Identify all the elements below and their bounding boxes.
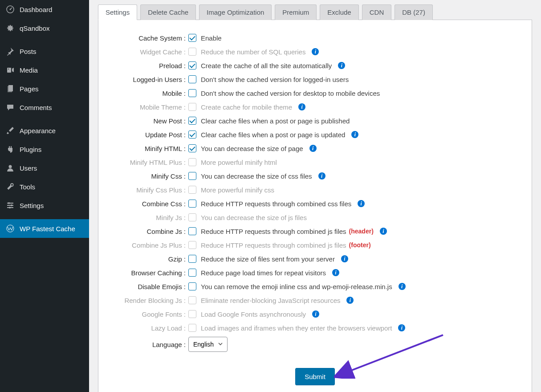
checkbox-minify-js [188, 213, 196, 221]
checkbox-browser-caching[interactable] [188, 269, 196, 277]
info-icon[interactable]: i [341, 255, 348, 262]
info-icon[interactable]: i [380, 228, 387, 235]
desc-new-post: Clear cache files when a post or page is… [201, 117, 350, 125]
sidebar-item-label: Appearance [20, 127, 56, 135]
sidebar-item-tools[interactable]: Tools [0, 177, 89, 196]
settings-panel: Cache System :EnableWidget Cache :Reduce… [98, 20, 532, 392]
label-google-fonts: Google Fonts : [111, 310, 188, 318]
desc-browser-caching: Reduce page load times for repeat visito… [201, 269, 326, 277]
info-icon[interactable]: i [309, 145, 317, 152]
tab-image-optimization[interactable]: Image Optimization [199, 4, 272, 20]
row-combine-css: Combine Css :Reduce HTTP requests throug… [111, 199, 519, 208]
sidebar-item-posts[interactable]: Posts [0, 42, 89, 61]
info-icon[interactable]: i [332, 269, 339, 276]
plug-icon [5, 144, 15, 154]
checkbox-combine-css[interactable] [188, 200, 196, 208]
row-language: Language : English [111, 337, 519, 352]
svg-point-1 [10, 9, 11, 10]
checkbox-disable-emojis[interactable] [188, 282, 196, 290]
row-widget-cache: Widget Cache :Reduce the number of SQL q… [111, 47, 519, 57]
sidebar-item-media[interactable]: Media [0, 61, 89, 79]
label-logged-in-users: Logged-in Users : [111, 76, 188, 83]
row-mobile: Mobile :Don't show the cached version fo… [111, 88, 519, 98]
checkbox-logged-in-users[interactable] [188, 75, 196, 83]
sidebar-item-comments[interactable]: Comments [0, 98, 89, 117]
tab-settings[interactable]: Settings [98, 4, 137, 20]
row-preload: Preload :Create the cache of all the sit… [111, 61, 519, 70]
sidebar-item-label: qSandbox [20, 24, 50, 32]
info-icon[interactable]: i [298, 103, 305, 110]
svg-point-4 [9, 165, 12, 168]
info-icon[interactable]: i [312, 48, 319, 55]
checkbox-minify-html[interactable] [188, 144, 196, 152]
checkbox-gzip[interactable] [188, 255, 196, 263]
language-select[interactable]: English [188, 337, 228, 352]
desc-disable-emojis: You can remove the emoji inline css and … [201, 283, 392, 290]
row-disable-emojis: Disable Emojis :You can remove the emoji… [111, 282, 519, 291]
label-combine-css: Combine Css : [111, 200, 188, 208]
sidebar-item-plugins[interactable]: Plugins [0, 140, 89, 159]
desc-update-post: Clear cache files when a post or page is… [201, 131, 345, 139]
sidebar-item-settings[interactable]: Settings [0, 196, 89, 215]
checkbox-minify-css-plus [188, 186, 196, 194]
checkbox-new-post[interactable] [188, 117, 196, 125]
dashboard-icon [5, 4, 15, 14]
info-icon[interactable]: i [358, 200, 365, 207]
checkbox-minify-css[interactable] [188, 172, 196, 180]
sidebar-item-users[interactable]: Users [0, 159, 89, 177]
tab-delete-cache[interactable]: Delete Cache [140, 4, 196, 20]
row-combine-js-plus: Combine Js Plus :Reduce HTTP requests th… [111, 240, 519, 250]
info-icon[interactable]: i [351, 131, 358, 138]
info-icon[interactable]: i [398, 324, 405, 331]
svg-point-10 [9, 207, 11, 208]
sidebar-item-qsandbox[interactable]: qSandbox [0, 19, 89, 37]
checkbox-cache-system[interactable] [188, 34, 196, 42]
checkbox-combine-js[interactable] [188, 227, 196, 235]
sidebar-item-wpfc[interactable]: WP Fastest Cache [0, 219, 89, 238]
desc-minify-html-plus: More powerful minify html [201, 159, 277, 166]
sidebar-item-dashboard[interactable]: Dashboard [0, 0, 89, 19]
checkbox-lazy-load [188, 324, 196, 332]
checkbox-preload[interactable] [188, 61, 196, 69]
sidebar-item-label: Posts [20, 48, 37, 55]
info-icon[interactable]: i [399, 283, 406, 290]
row-mobile-theme: Mobile Theme :Create cache for mobile th… [111, 102, 519, 112]
main-panel: SettingsDelete CacheImage OptimizationPr… [89, 0, 541, 392]
desc-combine-css: Reduce HTTP requests through combined cs… [201, 200, 351, 208]
label-minify-css-plus: Minify Css Plus : [111, 186, 188, 194]
tab-db-27-[interactable]: DB (27) [395, 4, 433, 20]
sidebar-item-label: Dashboard [20, 6, 52, 13]
tab-premium[interactable]: Premium [275, 4, 317, 20]
checkbox-update-post[interactable] [188, 131, 196, 139]
label-update-post: Update Post : [111, 131, 188, 139]
label-language: Language : [111, 341, 188, 348]
row-cache-system: Cache System :Enable [111, 33, 519, 43]
info-icon[interactable]: i [312, 310, 319, 318]
desc-logged-in-users: Don't show the cached version for logged… [201, 76, 349, 83]
info-icon[interactable]: i [338, 62, 345, 69]
row-minify-html-plus: Minify HTML Plus :More powerful minify h… [111, 157, 519, 167]
label-widget-cache: Widget Cache : [111, 48, 188, 56]
desc-render-blocking-js: Eliminate render-blocking JavaScript res… [201, 297, 340, 304]
label-disable-emojis: Disable Emojis : [111, 283, 188, 290]
checkbox-mobile[interactable] [188, 89, 196, 97]
wpfc-icon [5, 224, 15, 233]
svg-point-3 [8, 69, 9, 69]
label-minify-js: Minify Js : [111, 214, 188, 221]
tab-cdn[interactable]: CDN [362, 4, 392, 20]
label-mobile: Mobile : [111, 90, 188, 97]
desc-minify-js: You can decrease the size of js files [201, 214, 307, 221]
submit-button[interactable]: Submit [295, 368, 335, 385]
desc-google-fonts: Load Google Fonts asynchronously [201, 310, 306, 318]
row-combine-js: Combine Js :Reduce HTTP requests through… [111, 226, 519, 236]
tab-exclude[interactable]: Exclude [320, 4, 358, 20]
sidebar-item-pages[interactable]: Pages [0, 79, 89, 98]
info-icon[interactable]: i [346, 297, 354, 304]
sidebar-item-appearance[interactable]: Appearance [0, 121, 89, 140]
sidebar-item-label: Pages [20, 85, 39, 93]
row-lazy-load: Lazy Load :Load images and iframes when … [111, 323, 519, 333]
desc-minify-css-plus: More powerful minify css [201, 186, 274, 194]
sidebar-item-label: WP Fastest Cache [20, 225, 75, 233]
info-icon[interactable]: i [318, 172, 325, 180]
row-minify-html: Minify HTML :You can decrease the size o… [111, 143, 519, 153]
